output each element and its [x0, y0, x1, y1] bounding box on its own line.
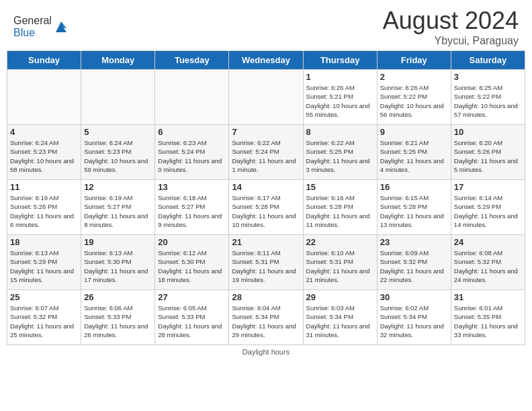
logo-blue-text: Blue	[13, 27, 35, 38]
day-info: Sunrise: 6:17 AM Sunset: 5:28 PM Dayligh…	[232, 193, 300, 229]
day-info: Sunrise: 6:02 AM Sunset: 5:34 PM Dayligh…	[380, 304, 448, 339]
day-info: Sunrise: 6:24 AM Sunset: 5:23 PM Dayligh…	[10, 138, 78, 174]
table-row: 5Sunrise: 6:24 AM Sunset: 5:23 PM Daylig…	[81, 125, 155, 180]
table-row: 27Sunrise: 6:05 AM Sunset: 5:33 PM Dayli…	[155, 290, 229, 345]
day-info: Sunrise: 6:10 AM Sunset: 5:31 PM Dayligh…	[306, 248, 374, 284]
table-row: 12Sunrise: 6:19 AM Sunset: 5:27 PM Dayli…	[81, 180, 155, 235]
day-info: Sunrise: 6:16 AM Sunset: 5:28 PM Dayligh…	[306, 193, 374, 229]
day-number: 16	[380, 182, 448, 192]
day-number: 30	[380, 292, 448, 302]
table-row: 1Sunrise: 6:26 AM Sunset: 5:21 PM Daylig…	[303, 70, 377, 125]
day-info: Sunrise: 6:20 AM Sunset: 5:26 PM Dayligh…	[454, 138, 522, 174]
day-info: Sunrise: 6:08 AM Sunset: 5:32 PM Dayligh…	[454, 248, 522, 284]
table-row: 14Sunrise: 6:17 AM Sunset: 5:28 PM Dayli…	[229, 180, 303, 235]
day-info: Sunrise: 6:24 AM Sunset: 5:23 PM Dayligh…	[84, 138, 152, 174]
header-thursday: Thursday	[303, 51, 377, 70]
day-info: Sunrise: 6:12 AM Sunset: 5:30 PM Dayligh…	[158, 248, 226, 284]
page-header: General Blue August 2024 Ybycui, Paragua…	[0, 0, 532, 50]
day-number: 4	[10, 127, 78, 137]
header-monday: Monday	[81, 51, 155, 70]
day-number: 26	[84, 292, 152, 302]
logo-icon	[53, 19, 69, 35]
title-section: August 2024 Ybycui, Paraguay	[383, 7, 519, 47]
calendar-week-row: 1Sunrise: 6:26 AM Sunset: 5:21 PM Daylig…	[7, 70, 525, 125]
day-info: Sunrise: 6:19 AM Sunset: 5:26 PM Dayligh…	[10, 193, 78, 229]
day-info: Sunrise: 6:26 AM Sunset: 5:22 PM Dayligh…	[380, 83, 448, 119]
calendar-week-row: 4Sunrise: 6:24 AM Sunset: 5:23 PM Daylig…	[7, 125, 525, 180]
table-row: 4Sunrise: 6:24 AM Sunset: 5:23 PM Daylig…	[7, 125, 81, 180]
table-row: 6Sunrise: 6:23 AM Sunset: 5:24 PM Daylig…	[155, 125, 229, 180]
table-row: 20Sunrise: 6:12 AM Sunset: 5:30 PM Dayli…	[155, 235, 229, 290]
day-number: 2	[380, 72, 448, 82]
day-info: Sunrise: 6:19 AM Sunset: 5:27 PM Dayligh…	[84, 193, 152, 229]
day-number: 19	[84, 237, 152, 247]
header-sunday: Sunday	[7, 51, 81, 70]
day-info: Sunrise: 6:06 AM Sunset: 5:33 PM Dayligh…	[84, 304, 152, 339]
location-subtitle: Ybycui, Paraguay	[383, 35, 519, 47]
logo-general-text: General	[13, 15, 52, 26]
day-number: 14	[232, 182, 300, 192]
day-number: 13	[158, 182, 226, 192]
day-number: 15	[306, 182, 374, 192]
header-saturday: Saturday	[451, 51, 525, 70]
day-info: Sunrise: 6:22 AM Sunset: 5:24 PM Dayligh…	[232, 138, 300, 174]
calendar-week-row: 11Sunrise: 6:19 AM Sunset: 5:26 PM Dayli…	[7, 180, 525, 235]
day-info: Sunrise: 6:25 AM Sunset: 5:22 PM Dayligh…	[454, 83, 522, 119]
day-info: Sunrise: 6:22 AM Sunset: 5:25 PM Dayligh…	[306, 138, 374, 174]
day-info: Sunrise: 6:13 AM Sunset: 5:30 PM Dayligh…	[84, 248, 152, 284]
day-info: Sunrise: 6:03 AM Sunset: 5:34 PM Dayligh…	[306, 304, 374, 339]
table-row: 28Sunrise: 6:04 AM Sunset: 5:34 PM Dayli…	[229, 290, 303, 345]
day-number: 10	[454, 127, 522, 137]
day-info: Sunrise: 6:11 AM Sunset: 5:31 PM Dayligh…	[232, 248, 300, 284]
day-number: 11	[10, 182, 78, 192]
day-number: 29	[306, 292, 374, 302]
day-number: 7	[232, 127, 300, 137]
day-info: Sunrise: 6:07 AM Sunset: 5:32 PM Dayligh…	[10, 304, 78, 339]
day-info: Sunrise: 6:14 AM Sunset: 5:29 PM Dayligh…	[454, 193, 522, 229]
day-info: Sunrise: 6:15 AM Sunset: 5:28 PM Dayligh…	[380, 193, 448, 229]
day-info: Sunrise: 6:13 AM Sunset: 5:29 PM Dayligh…	[10, 248, 78, 284]
header-friday: Friday	[377, 51, 451, 70]
table-row: 15Sunrise: 6:16 AM Sunset: 5:28 PM Dayli…	[303, 180, 377, 235]
header-tuesday: Tuesday	[155, 51, 229, 70]
table-row: 30Sunrise: 6:02 AM Sunset: 5:34 PM Dayli…	[377, 290, 451, 345]
table-row: 11Sunrise: 6:19 AM Sunset: 5:26 PM Dayli…	[7, 180, 81, 235]
calendar-week-row: 18Sunrise: 6:13 AM Sunset: 5:29 PM Dayli…	[7, 235, 525, 290]
day-info: Sunrise: 6:01 AM Sunset: 5:35 PM Dayligh…	[454, 304, 522, 339]
day-number: 28	[232, 292, 300, 302]
table-row: 23Sunrise: 6:09 AM Sunset: 5:32 PM Dayli…	[377, 235, 451, 290]
table-row: 26Sunrise: 6:06 AM Sunset: 5:33 PM Dayli…	[81, 290, 155, 345]
logo: General Blue	[13, 15, 69, 39]
table-row	[229, 70, 303, 125]
table-row: 2Sunrise: 6:26 AM Sunset: 5:22 PM Daylig…	[377, 70, 451, 125]
table-row	[155, 70, 229, 125]
table-row: 31Sunrise: 6:01 AM Sunset: 5:35 PM Dayli…	[451, 290, 525, 345]
day-number: 24	[454, 237, 522, 247]
calendar-week-row: 25Sunrise: 6:07 AM Sunset: 5:32 PM Dayli…	[7, 290, 525, 345]
day-info: Sunrise: 6:26 AM Sunset: 5:21 PM Dayligh…	[306, 83, 374, 119]
table-row: 17Sunrise: 6:14 AM Sunset: 5:29 PM Dayli…	[451, 180, 525, 235]
day-number: 6	[158, 127, 226, 137]
table-row: 9Sunrise: 6:21 AM Sunset: 5:25 PM Daylig…	[377, 125, 451, 180]
day-number: 27	[158, 292, 226, 302]
daylight-label: Daylight hours	[242, 348, 290, 356]
table-row: 13Sunrise: 6:18 AM Sunset: 5:27 PM Dayli…	[155, 180, 229, 235]
table-row: 25Sunrise: 6:07 AM Sunset: 5:32 PM Dayli…	[7, 290, 81, 345]
header-wednesday: Wednesday	[229, 51, 303, 70]
calendar-table: Sunday Monday Tuesday Wednesday Thursday…	[7, 50, 525, 345]
day-number: 1	[306, 72, 374, 82]
day-number: 22	[306, 237, 374, 247]
day-info: Sunrise: 6:05 AM Sunset: 5:33 PM Dayligh…	[158, 304, 226, 339]
day-info: Sunrise: 6:09 AM Sunset: 5:32 PM Dayligh…	[380, 248, 448, 284]
table-row: 19Sunrise: 6:13 AM Sunset: 5:30 PM Dayli…	[81, 235, 155, 290]
table-row: 10Sunrise: 6:20 AM Sunset: 5:26 PM Dayli…	[451, 125, 525, 180]
table-row: 7Sunrise: 6:22 AM Sunset: 5:24 PM Daylig…	[229, 125, 303, 180]
day-number: 18	[10, 237, 78, 247]
day-number: 23	[380, 237, 448, 247]
footer: Daylight hours	[0, 345, 532, 359]
table-row: 18Sunrise: 6:13 AM Sunset: 5:29 PM Dayli…	[7, 235, 81, 290]
table-row	[81, 70, 155, 125]
calendar-header-row: Sunday Monday Tuesday Wednesday Thursday…	[7, 51, 525, 70]
day-number: 8	[306, 127, 374, 137]
day-number: 9	[380, 127, 448, 137]
